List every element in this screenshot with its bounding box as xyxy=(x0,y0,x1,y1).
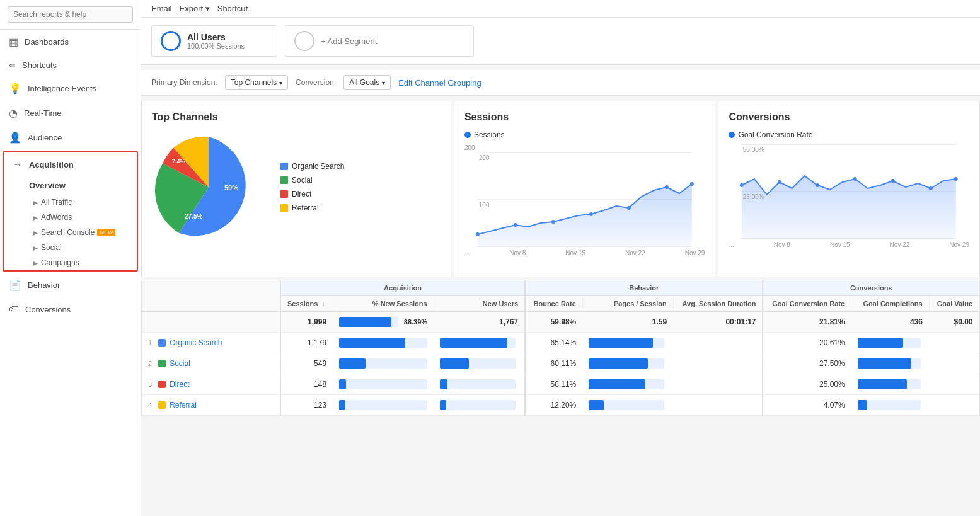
add-segment-circle xyxy=(294,31,314,51)
table-row: 2 Social 549 60.11% 27.50% xyxy=(142,353,979,374)
sidebar-item-realtime[interactable]: ◔ Real-Time xyxy=(0,101,141,125)
goal-value-col-header[interactable]: Goal Value xyxy=(929,296,979,312)
sessions-dot xyxy=(464,132,471,138)
segment-subtitle: 100.00% Sessions xyxy=(187,42,245,50)
bounce-rate-col-header[interactable]: Bounce Rate xyxy=(525,296,582,312)
pct-new-bar-cell xyxy=(333,333,434,353)
sidebar-item-shortcuts[interactable]: ⇐ Shortcuts xyxy=(0,54,141,76)
svg-point-8 xyxy=(665,185,669,189)
table-row: 3 Direct 148 58.11% 25.00% xyxy=(142,374,979,395)
pages-session-col-header[interactable]: Pages / Session xyxy=(582,296,673,312)
organic-color xyxy=(280,163,288,170)
bounce-bar-cell xyxy=(582,395,673,416)
acquisition-section: → Acquisition Overview ▶ All Traffic ▶ A… xyxy=(3,151,138,272)
svg-point-18 xyxy=(853,177,857,181)
social-color xyxy=(280,176,288,184)
goal-value-cell xyxy=(929,353,979,374)
goal-value-cell xyxy=(929,395,979,416)
legend-label: Direct xyxy=(292,190,311,198)
all-users-segment[interactable]: All Users 100.00% Sessions xyxy=(151,25,277,57)
email-button[interactable]: Email xyxy=(151,4,172,13)
conversion-value: All Goals xyxy=(349,78,379,87)
dropdown-arrow-icon: ▾ xyxy=(279,79,282,86)
goal-cvr-col-header[interactable]: Goal Conversion Rate xyxy=(763,296,851,312)
channel-color-dot xyxy=(158,381,166,388)
sidebar-item-behavior[interactable]: 📄 Behavior xyxy=(0,273,141,297)
goal-cvr-cell: 20.61% xyxy=(763,333,851,353)
shortcut-button[interactable]: Shortcut xyxy=(217,4,248,13)
sidebar-item-search-console[interactable]: ▶ Search Console NEW xyxy=(4,225,137,240)
sidebar-item-campaigns[interactable]: ▶ Campaigns xyxy=(4,255,137,270)
sessions-panel: Sessions Sessions 200 xyxy=(454,101,716,277)
top-channels-panel: Top Channels 59% xyxy=(141,101,451,277)
conversions-panel: Conversions Goal Conversion Rate xyxy=(718,101,980,277)
arrow-icon: ▶ xyxy=(33,260,38,267)
arrow-icon: ▶ xyxy=(33,244,38,251)
sessions-col-header[interactable]: Sessions ↓ xyxy=(280,296,333,312)
pie-svg: 59% 27.5% 7.4% xyxy=(152,130,265,244)
sidebar-item-label: Audience xyxy=(28,133,62,142)
sidebar-item-audience[interactable]: 👤 Audience xyxy=(0,125,141,150)
export-button[interactable]: Export ▾ xyxy=(180,4,210,13)
sidebar-item-conversions[interactable]: 🏷 Conversions xyxy=(0,297,141,321)
svg-point-17 xyxy=(816,183,819,187)
pie-label-59: 59% xyxy=(224,184,238,192)
channel-header[interactable] xyxy=(142,280,280,312)
svg-text:50.00%: 50.00% xyxy=(743,146,764,153)
channel-link[interactable]: 3 Direct xyxy=(148,380,274,389)
arrow-icon: ▶ xyxy=(33,214,38,221)
channel-link[interactable]: 1 Organic Search xyxy=(148,338,274,347)
total-goal-cvr: 21.81% xyxy=(763,312,851,333)
referral-color xyxy=(280,204,288,212)
svg-point-3 xyxy=(476,232,480,236)
sessions-legend-label: Sessions xyxy=(474,130,505,139)
add-segment-button[interactable]: + Add Segment xyxy=(285,25,474,57)
sub-item-label: AdWords xyxy=(41,213,72,222)
total-goal-value: $0.00 xyxy=(929,312,979,333)
edit-channel-grouping-link[interactable]: Edit Channel Grouping xyxy=(398,78,481,88)
svg-point-7 xyxy=(627,206,631,210)
new-users-bar-cell xyxy=(434,395,525,416)
duration-cell xyxy=(673,333,763,353)
sidebar-item-social[interactable]: ▶ Social xyxy=(4,240,137,255)
acquisition-group-header: Acquisition xyxy=(280,280,525,296)
search-container xyxy=(0,0,141,30)
arrow-icon: ▶ xyxy=(33,199,38,206)
pct-new-bar-cell xyxy=(333,395,434,416)
sidebar-item-intelligence[interactable]: 💡 Intelligence Events xyxy=(0,76,141,101)
duration-cell xyxy=(673,374,763,395)
sidebar-item-all-traffic[interactable]: ▶ All Traffic xyxy=(4,195,137,210)
conversions-chart-area: 50.00% 25.00% ... Nov 8 Nov 15 Nov 22 No… xyxy=(729,144,969,248)
bounce-rate-cell: 65.14% xyxy=(525,333,582,353)
sidebar-item-label: Intelligence Events xyxy=(28,84,96,93)
charts-row: Top Channels 59% xyxy=(141,101,980,277)
new-users-col-header[interactable]: New Users xyxy=(434,296,525,312)
goal-completions-col-header[interactable]: Goal Completions xyxy=(851,296,929,312)
conversions-legend: Goal Conversion Rate xyxy=(729,130,969,139)
sessions-title: Sessions xyxy=(464,112,705,123)
sidebar-item-label: Acquisition xyxy=(29,160,74,169)
acquisition-icon: → xyxy=(13,159,23,170)
new-badge: NEW xyxy=(97,229,115,236)
pct-new-col-header[interactable]: % New Sessions xyxy=(333,296,434,312)
sidebar-item-dashboards[interactable]: ▦ Dashboards xyxy=(0,30,141,54)
data-table-section: Acquisition Behavior Conversions Session… xyxy=(141,280,980,416)
legend-label: Organic Search xyxy=(292,162,344,171)
legend-social: Social xyxy=(280,176,344,185)
sidebar-item-adwords[interactable]: ▶ AdWords xyxy=(4,210,137,225)
conversion-dropdown[interactable]: All Goals ▾ xyxy=(343,75,391,90)
intelligence-icon: 💡 xyxy=(9,83,21,95)
sessions-cell: 1,179 xyxy=(280,333,333,353)
svg-point-9 xyxy=(690,182,694,186)
channel-link[interactable]: 2 Social xyxy=(148,359,274,368)
avg-duration-col-header[interactable]: Avg. Session Duration xyxy=(673,296,763,312)
sessions-legend: Sessions xyxy=(464,130,705,139)
channel-link[interactable]: 4 Referral xyxy=(148,401,274,410)
sidebar-item-acquisition[interactable]: → Acquisition xyxy=(4,152,137,176)
sidebar-item-overview[interactable]: Overview xyxy=(4,176,137,195)
primary-dimension-dropdown[interactable]: Top Channels ▾ xyxy=(225,75,288,90)
search-input[interactable] xyxy=(8,6,133,23)
duration-cell xyxy=(673,395,763,416)
total-completions: 436 xyxy=(851,312,929,333)
sidebar-item-label: Dashboards xyxy=(25,37,69,47)
